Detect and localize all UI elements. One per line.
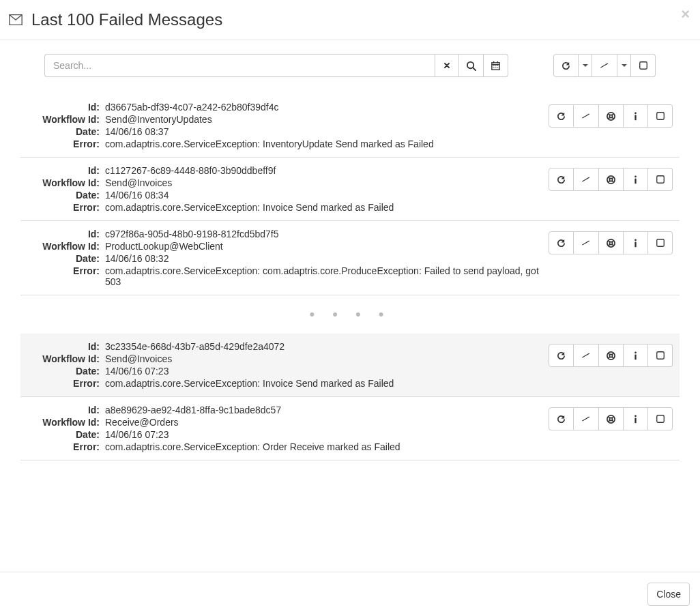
failed-messages-modal: Last 100 Failed Messages × — [0, 0, 700, 616]
retry-button[interactable] — [549, 231, 574, 254]
label-date: Date: — [20, 126, 102, 138]
label-workflow: Workflow Id: — [20, 177, 102, 189]
sweep-icon — [581, 111, 592, 121]
support-button[interactable] — [599, 104, 624, 128]
retry-all-dropdown[interactable] — [579, 54, 592, 77]
delete-button[interactable] — [574, 104, 599, 128]
info-button[interactable] — [624, 104, 648, 128]
info-button[interactable] — [624, 344, 648, 367]
select-all-checkbox[interactable] — [631, 54, 656, 77]
select-row-checkbox[interactable] — [648, 344, 673, 367]
delete-all-button[interactable] — [592, 54, 617, 77]
delete-button[interactable] — [574, 168, 599, 191]
value-error: com.adaptris.core.ServiceException: com.… — [102, 265, 549, 288]
modal-header: Last 100 Failed Messages × — [0, 0, 700, 40]
delete-button[interactable] — [574, 231, 599, 254]
retry-all-button[interactable] — [553, 54, 579, 77]
value-error: com.adaptris.core.ServiceException: Invo… — [102, 377, 549, 390]
clear-search-button[interactable] — [435, 54, 459, 77]
checkbox-icon — [656, 351, 665, 360]
envelope-icon — [7, 12, 25, 27]
label-date: Date: — [20, 252, 102, 265]
label-workflow: Workflow Id: — [20, 240, 102, 252]
label-error: Error: — [20, 377, 102, 390]
sweep-icon — [581, 238, 592, 248]
select-row-checkbox[interactable] — [648, 104, 673, 128]
value-date: 14/06/16 08:32 — [102, 252, 549, 265]
label-id: Id: — [20, 340, 102, 353]
row-actions — [549, 231, 673, 254]
retry-button[interactable] — [549, 168, 574, 191]
value-date: 14/06/16 08:34 — [102, 189, 549, 201]
value-workflow: Receive@Orders — [102, 416, 549, 428]
value-date: 14/06/16 08:37 — [102, 126, 549, 138]
search-group — [44, 54, 508, 77]
label-date: Date: — [20, 365, 102, 377]
toolbar — [44, 54, 656, 77]
refresh-icon — [556, 238, 566, 248]
retry-button[interactable] — [549, 104, 574, 128]
delete-button[interactable] — [574, 344, 599, 367]
label-error: Error: — [20, 441, 102, 453]
failed-message-row: Id: c1127267-6c89-4448-88f0-3b90ddbeff9f… — [20, 158, 680, 221]
failed-message-row: Id: 3c23354e-668d-43b7-a85d-429dfe2a4072… — [20, 334, 680, 397]
value-id: 3c23354e-668d-43b7-a85d-429dfe2a4072 — [102, 340, 549, 353]
lifering-icon — [606, 111, 616, 121]
delete-button[interactable] — [574, 407, 599, 430]
support-button[interactable] — [599, 168, 624, 191]
info-icon — [630, 351, 641, 361]
label-workflow: Workflow Id: — [20, 353, 102, 365]
info-button[interactable] — [624, 231, 648, 254]
select-row-checkbox[interactable] — [648, 231, 673, 254]
sweep-icon — [599, 61, 610, 70]
info-button[interactable] — [624, 407, 648, 430]
lifering-icon — [606, 175, 616, 185]
row-actions — [549, 168, 673, 191]
refresh-icon — [561, 61, 571, 71]
refresh-icon — [556, 111, 566, 121]
checkbox-icon — [656, 111, 665, 121]
search-button[interactable] — [459, 54, 484, 77]
close-button[interactable]: Close — [647, 583, 690, 606]
failed-message-row: Id: d36675ab-df39-4c07-a242-62b80f39df4c… — [20, 94, 680, 158]
value-error: com.adaptris.core.ServiceException: Invo… — [102, 201, 549, 214]
chevron-down-icon — [583, 64, 588, 67]
support-button[interactable] — [599, 344, 624, 367]
label-id: Id: — [20, 404, 102, 416]
refresh-icon — [556, 414, 566, 424]
label-date: Date: — [20, 428, 102, 441]
support-button[interactable] — [599, 407, 624, 430]
value-id: c972f86a-905d-48b0-9198-812fcd5bd7f5 — [102, 228, 549, 240]
retry-button[interactable] — [549, 344, 574, 367]
value-id: c1127267-6c89-4448-88f0-3b90ddbeff9f — [102, 164, 549, 177]
support-button[interactable] — [599, 231, 624, 254]
modal-body: Id: d36675ab-df39-4c07-a242-62b80f39df4c… — [0, 40, 700, 572]
chevron-down-icon — [622, 64, 627, 67]
label-id: Id: — [20, 228, 102, 240]
info-button[interactable] — [624, 168, 648, 191]
date-filter-button[interactable] — [484, 54, 508, 77]
retry-button[interactable] — [549, 407, 574, 430]
close-icon[interactable]: × — [681, 7, 690, 22]
info-icon — [630, 414, 641, 424]
bulk-actions — [553, 54, 656, 77]
value-workflow: Send@InventoryUpdates — [102, 113, 549, 126]
calendar-icon — [491, 61, 501, 71]
lifering-icon — [606, 351, 616, 361]
delete-all-dropdown[interactable] — [617, 54, 631, 77]
sweep-icon — [581, 414, 592, 424]
checkbox-icon — [639, 61, 648, 70]
value-workflow: Send@Invoices — [102, 177, 549, 189]
modal-footer: Close — [0, 572, 700, 616]
modal-title: Last 100 Failed Messages — [31, 10, 222, 29]
select-row-checkbox[interactable] — [648, 407, 673, 430]
value-workflow: Send@Invoices — [102, 353, 549, 365]
label-workflow: Workflow Id: — [20, 416, 102, 428]
label-workflow: Workflow Id: — [20, 113, 102, 126]
value-date: 14/06/16 07:23 — [102, 365, 549, 377]
search-input[interactable] — [44, 54, 435, 77]
value-id: a8e89629-ae92-4d81-8ffa-9c1bade8dc57 — [102, 404, 549, 416]
select-row-checkbox[interactable] — [648, 168, 673, 191]
value-date: 14/06/16 07:23 — [102, 428, 549, 441]
label-error: Error: — [20, 138, 102, 150]
